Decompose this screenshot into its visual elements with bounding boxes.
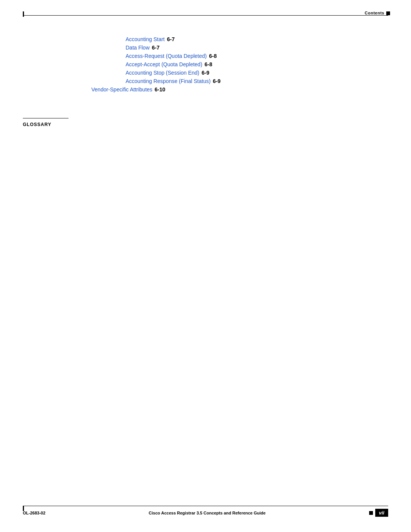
toc-link-accounting-start[interactable]: Accounting Start	[126, 36, 165, 42]
toc-link-accept-accept[interactable]: Accept-Accept (Quota Depleted)	[126, 61, 202, 67]
toc-link-access-request[interactable]: Access-Request (Quota Depleted)	[126, 53, 207, 59]
footer-page-number: vii	[375, 509, 388, 517]
top-border	[23, 15, 388, 16]
glossary-label: Glossary	[23, 122, 51, 127]
bottom-border	[23, 506, 388, 506]
footer-doc-number: OL-2683-02	[23, 511, 45, 515]
left-top-bar	[23, 11, 24, 17]
toc-link-data-flow[interactable]: Data Flow	[126, 45, 150, 51]
footer-black-square-icon	[369, 511, 373, 515]
glossary-line	[23, 118, 68, 118]
toc-entry-accounting-response: Accounting Response (Final Status) 6-9	[91, 78, 221, 84]
toc-link-accounting-response[interactable]: Accounting Response (Final Status)	[126, 78, 210, 84]
footer-title: Cisco Access Registrar 3.5 Concepts and …	[45, 511, 369, 515]
toc-entry-access-request: Access-Request (Quota Depleted) 6-8	[91, 53, 221, 59]
toc-container: Accounting Start 6-7 Data Flow 6-7 Acces…	[91, 36, 221, 95]
toc-page-accept-accept: 6-8	[205, 61, 212, 67]
toc-link-vendor-specific[interactable]: Vendor-Specific Attributes	[91, 86, 152, 93]
toc-entry-accept-accept: Accept-Accept (Quota Depleted) 6-8	[91, 61, 221, 67]
toc-entry-accounting-stop: Accounting Stop (Session End) 6-9	[91, 70, 221, 76]
glossary-section: Glossary	[23, 118, 68, 128]
footer-right: vii	[369, 509, 388, 517]
toc-entry-vendor-specific: Vendor-Specific Attributes 6-10	[91, 86, 221, 93]
toc-entry-accounting-start: Accounting Start 6-7	[91, 36, 221, 42]
toc-entry-data-flow: Data Flow 6-7	[91, 45, 221, 51]
toc-page-accounting-stop: 6-9	[202, 70, 209, 76]
toc-page-accounting-response: 6-9	[213, 78, 220, 84]
contents-label: Contents	[365, 11, 384, 15]
toc-page-vendor-specific: 6-10	[155, 86, 165, 93]
footer: OL-2683-02 Cisco Access Registrar 3.5 Co…	[23, 509, 388, 517]
toc-page-data-flow: 6-7	[152, 45, 159, 51]
toc-page-accounting-start: 6-7	[167, 36, 175, 42]
toc-page-access-request: 6-8	[209, 53, 217, 59]
toc-link-accounting-stop[interactable]: Accounting Stop (Session End)	[126, 70, 199, 76]
contents-square-icon	[386, 11, 390, 15]
